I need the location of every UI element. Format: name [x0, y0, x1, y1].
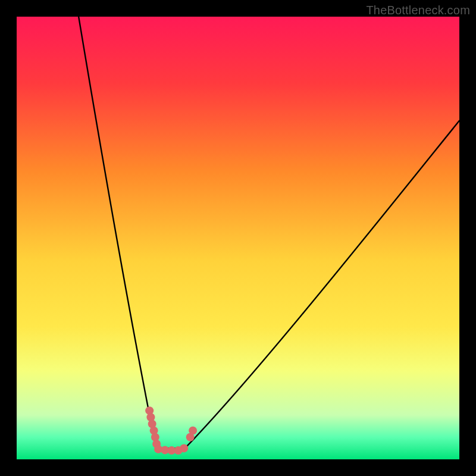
optimal-marker [189, 427, 197, 435]
plot-area [17, 17, 459, 459]
chart-frame: TheBottleneck.com [0, 0, 476, 476]
watermark-text: TheBottleneck.com [366, 4, 470, 17]
bottleneck-curve [79, 17, 459, 448]
chart-svg [17, 17, 459, 459]
optimal-marker-group [145, 406, 197, 455]
optimal-marker [180, 444, 188, 452]
